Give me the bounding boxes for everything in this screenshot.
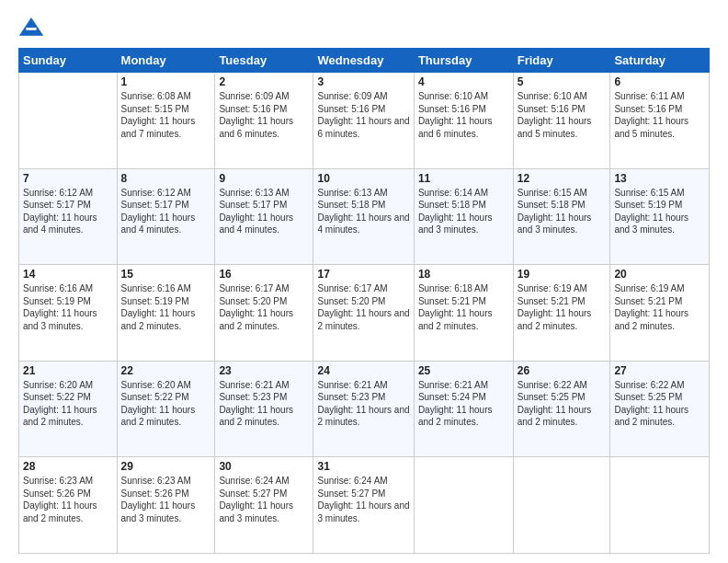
day-number: 22	[121, 364, 211, 377]
day-number: 27	[614, 364, 705, 377]
day-number: 30	[219, 460, 309, 473]
cell-info: Sunrise: 6:15 AMSunset: 5:19 PMDaylight:…	[614, 187, 705, 236]
day-number: 23	[219, 364, 309, 377]
calendar-cell: 29Sunrise: 6:23 AMSunset: 5:26 PMDayligh…	[117, 457, 215, 554]
calendar-cell	[19, 73, 118, 169]
cell-info: Sunrise: 6:13 AMSunset: 5:18 PMDaylight:…	[317, 187, 409, 236]
header	[18, 15, 710, 40]
cell-info: Sunrise: 6:09 AMSunset: 5:16 PMDaylight:…	[219, 90, 309, 140]
calendar-cell: 8Sunrise: 6:12 AMSunset: 5:17 PMDaylight…	[117, 168, 215, 265]
logo-icon	[18, 15, 44, 40]
day-number: 15	[121, 268, 211, 281]
calendar-cell: 28Sunrise: 6:23 AMSunset: 5:26 PMDayligh…	[19, 457, 118, 554]
cell-info: Sunrise: 6:12 AMSunset: 5:17 PMDaylight:…	[121, 187, 211, 236]
day-number: 2	[219, 75, 309, 88]
day-number: 24	[317, 364, 409, 377]
logo	[18, 15, 48, 40]
svg-marker-0	[19, 18, 42, 36]
calendar-cell: 31Sunrise: 6:24 AMSunset: 5:27 PMDayligh…	[313, 457, 414, 554]
calendar-cell: 26Sunrise: 6:22 AMSunset: 5:25 PMDayligh…	[513, 361, 610, 457]
cell-info: Sunrise: 6:22 AMSunset: 5:25 PMDaylight:…	[518, 379, 607, 429]
day-number: 19	[518, 268, 607, 281]
calendar-cell: 20Sunrise: 6:19 AMSunset: 5:21 PMDayligh…	[610, 265, 710, 362]
calendar-cell: 30Sunrise: 6:24 AMSunset: 5:27 PMDayligh…	[215, 457, 313, 554]
day-number: 8	[121, 172, 211, 185]
day-number: 29	[121, 460, 211, 473]
day-number: 11	[418, 172, 509, 185]
cell-info: Sunrise: 6:14 AMSunset: 5:18 PMDaylight:…	[418, 187, 509, 236]
week-row-3: 14Sunrise: 6:16 AMSunset: 5:19 PMDayligh…	[19, 265, 710, 362]
cell-info: Sunrise: 6:23 AMSunset: 5:26 PMDaylight:…	[23, 475, 113, 524]
weekday-thursday: Thursday	[414, 49, 513, 73]
cell-info: Sunrise: 6:22 AMSunset: 5:25 PMDaylight:…	[614, 379, 705, 429]
calendar-cell: 17Sunrise: 6:17 AMSunset: 5:20 PMDayligh…	[313, 265, 414, 362]
day-number: 26	[518, 364, 607, 377]
day-number: 17	[317, 268, 409, 281]
calendar-cell: 6Sunrise: 6:11 AMSunset: 5:16 PMDaylight…	[610, 73, 710, 169]
calendar-cell: 15Sunrise: 6:16 AMSunset: 5:19 PMDayligh…	[117, 265, 215, 362]
day-number: 6	[614, 75, 705, 88]
cell-info: Sunrise: 6:09 AMSunset: 5:16 PMDaylight:…	[317, 90, 409, 140]
day-number: 28	[23, 460, 113, 473]
cell-info: Sunrise: 6:17 AMSunset: 5:20 PMDaylight:…	[219, 282, 309, 332]
page: SundayMondayTuesdayWednesdayThursdayFrid…	[0, 0, 728, 563]
cell-info: Sunrise: 6:19 AMSunset: 5:21 PMDaylight:…	[518, 282, 607, 332]
day-number: 3	[317, 75, 409, 88]
cell-info: Sunrise: 6:11 AMSunset: 5:16 PMDaylight:…	[614, 90, 705, 140]
calendar-cell: 1Sunrise: 6:08 AMSunset: 5:15 PMDaylight…	[117, 73, 215, 169]
calendar-cell: 24Sunrise: 6:21 AMSunset: 5:23 PMDayligh…	[313, 361, 414, 457]
cell-info: Sunrise: 6:17 AMSunset: 5:20 PMDaylight:…	[317, 282, 409, 332]
day-number: 25	[418, 364, 509, 377]
day-number: 16	[219, 268, 309, 281]
cell-info: Sunrise: 6:16 AMSunset: 5:19 PMDaylight:…	[121, 282, 211, 332]
week-row-1: 1Sunrise: 6:08 AMSunset: 5:15 PMDaylight…	[19, 73, 710, 169]
day-number: 12	[518, 172, 607, 185]
calendar-cell: 18Sunrise: 6:18 AMSunset: 5:21 PMDayligh…	[414, 265, 513, 362]
calendar-cell: 13Sunrise: 6:15 AMSunset: 5:19 PMDayligh…	[610, 168, 710, 265]
weekday-header-row: SundayMondayTuesdayWednesdayThursdayFrid…	[19, 49, 710, 73]
calendar-cell: 10Sunrise: 6:13 AMSunset: 5:18 PMDayligh…	[313, 168, 414, 265]
calendar-cell: 4Sunrise: 6:10 AMSunset: 5:16 PMDaylight…	[414, 73, 513, 169]
cell-info: Sunrise: 6:23 AMSunset: 5:26 PMDaylight:…	[121, 475, 211, 524]
day-number: 14	[23, 268, 113, 281]
weekday-tuesday: Tuesday	[215, 49, 313, 73]
cell-info: Sunrise: 6:19 AMSunset: 5:21 PMDaylight:…	[614, 282, 705, 332]
day-number: 5	[518, 75, 607, 88]
cell-info: Sunrise: 6:08 AMSunset: 5:15 PMDaylight:…	[121, 90, 211, 140]
cell-info: Sunrise: 6:12 AMSunset: 5:17 PMDaylight:…	[23, 187, 113, 236]
cell-info: Sunrise: 6:13 AMSunset: 5:17 PMDaylight:…	[219, 187, 309, 236]
day-number: 10	[317, 172, 409, 185]
calendar-cell	[610, 457, 710, 554]
day-number: 13	[614, 172, 705, 185]
week-row-5: 28Sunrise: 6:23 AMSunset: 5:26 PMDayligh…	[19, 457, 710, 554]
calendar-cell	[513, 457, 610, 554]
calendar-cell: 27Sunrise: 6:22 AMSunset: 5:25 PMDayligh…	[610, 361, 710, 457]
cell-info: Sunrise: 6:20 AMSunset: 5:22 PMDaylight:…	[23, 379, 113, 429]
calendar-cell: 14Sunrise: 6:16 AMSunset: 5:19 PMDayligh…	[19, 265, 118, 362]
calendar-cell: 5Sunrise: 6:10 AMSunset: 5:16 PMDaylight…	[513, 73, 610, 169]
calendar-cell: 23Sunrise: 6:21 AMSunset: 5:23 PMDayligh…	[215, 361, 313, 457]
week-row-2: 7Sunrise: 6:12 AMSunset: 5:17 PMDaylight…	[19, 168, 710, 265]
calendar-cell: 2Sunrise: 6:09 AMSunset: 5:16 PMDaylight…	[215, 73, 313, 169]
svg-rect-2	[26, 28, 36, 30]
day-number: 18	[418, 268, 509, 281]
calendar-cell: 12Sunrise: 6:15 AMSunset: 5:18 PMDayligh…	[513, 168, 610, 265]
calendar-cell: 22Sunrise: 6:20 AMSunset: 5:22 PMDayligh…	[117, 361, 215, 457]
cell-info: Sunrise: 6:24 AMSunset: 5:27 PMDaylight:…	[219, 475, 309, 524]
weekday-saturday: Saturday	[610, 49, 710, 73]
day-number: 9	[219, 172, 309, 185]
cell-info: Sunrise: 6:18 AMSunset: 5:21 PMDaylight:…	[418, 282, 509, 332]
day-number: 21	[23, 364, 113, 377]
calendar-cell: 16Sunrise: 6:17 AMSunset: 5:20 PMDayligh…	[215, 265, 313, 362]
cell-info: Sunrise: 6:21 AMSunset: 5:23 PMDaylight:…	[317, 379, 409, 429]
day-number: 7	[23, 172, 113, 185]
calendar: SundayMondayTuesdayWednesdayThursdayFrid…	[18, 48, 710, 554]
cell-info: Sunrise: 6:15 AMSunset: 5:18 PMDaylight:…	[518, 187, 607, 236]
cell-info: Sunrise: 6:10 AMSunset: 5:16 PMDaylight:…	[518, 90, 607, 140]
calendar-cell: 19Sunrise: 6:19 AMSunset: 5:21 PMDayligh…	[513, 265, 610, 362]
cell-info: Sunrise: 6:21 AMSunset: 5:23 PMDaylight:…	[219, 379, 309, 429]
calendar-cell: 3Sunrise: 6:09 AMSunset: 5:16 PMDaylight…	[313, 73, 414, 169]
day-number: 1	[121, 75, 211, 88]
weekday-wednesday: Wednesday	[313, 49, 414, 73]
week-row-4: 21Sunrise: 6:20 AMSunset: 5:22 PMDayligh…	[19, 361, 710, 457]
